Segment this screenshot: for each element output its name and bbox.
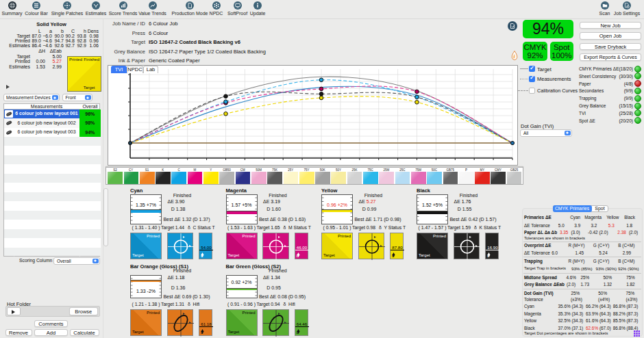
svg-text:25M: 25M — [384, 168, 390, 171]
svg-text:MY: MY — [480, 168, 484, 171]
svg-text:Printed: Printed — [15, 59, 30, 64]
svg-text:25C: 25C — [399, 168, 406, 171]
svg-text:25Y: 25Y — [288, 168, 293, 171]
svg-text:P: P — [465, 168, 467, 171]
svg-text:GB75: GB75 — [446, 168, 454, 171]
svg-text:S1: S1 — [145, 168, 149, 171]
svg-text:Printed: Printed — [15, 38, 30, 43]
svg-text:86.4: 86.4 — [32, 43, 41, 48]
svg-text:1.53: 1.53 — [36, 64, 45, 69]
svg-text:25K: 25K — [351, 168, 357, 171]
svg-text:C: C — [177, 168, 180, 171]
svg-text:CM: CM — [240, 168, 245, 171]
svg-text:Y: Y — [210, 168, 212, 171]
svg-text:CY: CY — [129, 168, 133, 171]
svg-text:S2: S2 — [113, 168, 117, 171]
svg-text:75Y: 75Y — [304, 168, 309, 171]
svg-text:M: M — [194, 168, 197, 171]
svg-text:50K: 50K — [320, 168, 325, 171]
svg-text:50C: 50C — [432, 168, 438, 171]
svg-text:GB50: GB50 — [223, 168, 231, 171]
svg-text:87.0: 87.0 — [32, 34, 41, 38]
svg-text:2.99: 2.99 — [52, 64, 62, 69]
svg-text:75K: 75K — [272, 168, 277, 171]
svg-text:75C: 75C — [368, 168, 374, 171]
svg-text:50M: 50M — [256, 168, 262, 171]
svg-text:89.0: 89.0 — [32, 38, 41, 43]
svg-text:Estimates: Estimates — [9, 43, 30, 48]
svg-text:GB25: GB25 — [510, 168, 519, 171]
svg-text:K: K — [162, 168, 164, 171]
svg-text:Estimates: Estimates — [9, 64, 30, 69]
svg-text:50Y: 50Y — [336, 168, 341, 171]
svg-text:75M: 75M — [415, 168, 421, 171]
svg-text:CMY: CMY — [495, 168, 501, 171]
